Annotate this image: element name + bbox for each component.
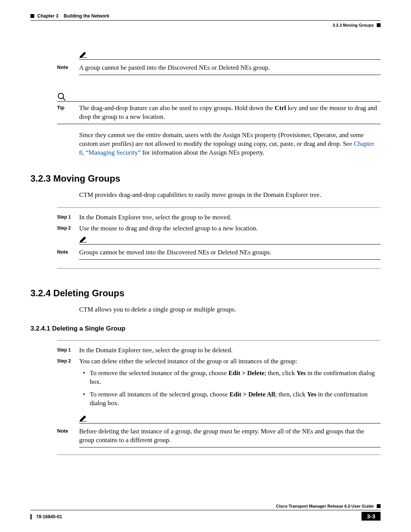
- note-label: Note: [57, 64, 68, 70]
- header-marker-right-icon: [377, 23, 381, 27]
- section-ref: 3.2.3 Moving Groups: [333, 23, 374, 27]
- tip-label: Tip: [57, 105, 64, 110]
- section-3-2-4-intro: CTM allows you to delete a single group …: [79, 305, 381, 314]
- deleting-step-1: Step 1 In the Domain Explorer tree, sele…: [57, 346, 381, 355]
- bullet-delete-all: To remove all instances of the selected …: [79, 390, 381, 408]
- note-label: Note: [57, 249, 68, 255]
- magnifier-icon: [57, 92, 66, 101]
- note-callout-3: Note Before deleting the last instance o…: [57, 414, 381, 447]
- pen-icon: [79, 235, 88, 243]
- moving-step-1: Step 1 In the Domain Explorer tree, sele…: [57, 213, 381, 222]
- deleting-step-2: Step 2 You can delete either the selecte…: [57, 357, 381, 412]
- section-3-2-3-intro: CTM provides drag-and-drop capabilities …: [79, 191, 381, 200]
- section-3-2-4-1-title: 3.2.4.1 Deleting a Single Group: [30, 325, 381, 332]
- section-3-2-3-title: 3.2.3 Moving Groups: [30, 173, 381, 184]
- note-callout-1: Note A group cannot be pasted into the D…: [57, 50, 381, 75]
- tip-callout: Tip The drag-and-drop feature can also b…: [57, 92, 381, 124]
- chapter-title: Building the Network: [64, 13, 109, 19]
- svg-point-0: [58, 93, 64, 99]
- footer-marker-icon: [377, 504, 381, 508]
- section-3-2-4-title: 3.2.4 Deleting Groups: [30, 288, 381, 299]
- note-label: Note: [57, 428, 68, 434]
- moving-step-2: Step 2 Use the mouse to drag and drop th…: [57, 224, 381, 233]
- page-footer: Cisco Transport Manager Release 6.0 User…: [30, 504, 381, 521]
- paragraph-assign-nes: Since they cannot see the entire domain,…: [79, 131, 381, 157]
- footer-docnum: 78-16845-01: [36, 514, 62, 519]
- chapter-label: Chapter 3: [37, 13, 58, 19]
- page-header: Chapter 3 Building the Network: [30, 13, 381, 19]
- tip-text: The drag-and-drop feature can also be us…: [79, 104, 381, 121]
- pen-icon: [79, 414, 88, 422]
- note-callout-2: Note Groups cannot be moved into the Dis…: [57, 235, 381, 260]
- header-rule: [30, 20, 381, 21]
- note-text: Groups cannot be moved into the Discover…: [79, 248, 381, 257]
- note-text: Before deleting the last instance of a g…: [79, 427, 381, 445]
- svg-line-1: [63, 98, 65, 101]
- footer-corner-icon: [30, 514, 32, 519]
- bullet-delete-instance: To remove the selected instance of the g…: [79, 369, 381, 387]
- page-number-badge: 3-3: [362, 512, 381, 521]
- header-marker-icon: [30, 14, 34, 18]
- note-text: A group cannot be pasted into the Discov…: [79, 64, 381, 72]
- pen-icon: [79, 50, 88, 58]
- footer-guide-title: Cisco Transport Manager Release 6.0 User…: [276, 504, 374, 508]
